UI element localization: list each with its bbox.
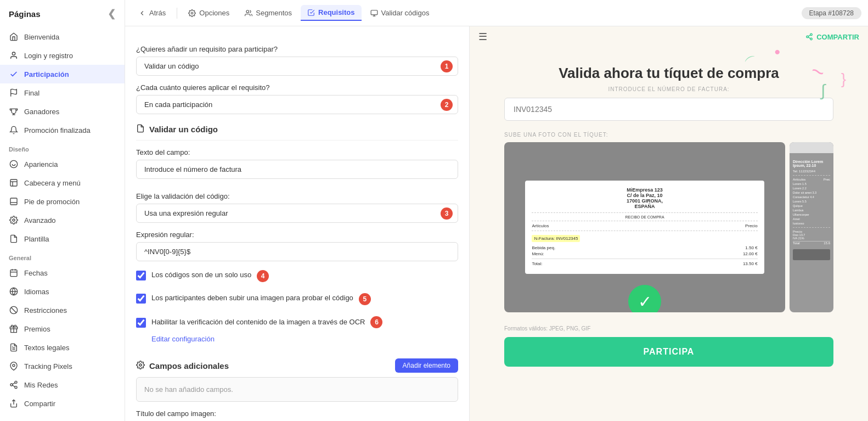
- validacion-select[interactable]: Usa una expresión regular: [136, 204, 458, 223]
- svg-rect-30: [371, 10, 377, 14]
- ticket-secondary: Dirección Lorem Ipsum, 22-10 Tel: 112232…: [790, 142, 833, 312]
- svg-point-23: [10, 384, 13, 386]
- ticket-area: MiEmpresa 123C/ de la Paz, 1017001 GIRON…: [504, 142, 833, 312]
- toggle3-label: Habilitar la verificación del contenido …: [151, 317, 365, 327]
- upload-label: SUBE UNA FOTO CON EL TÍQUET:: [504, 132, 608, 138]
- check-icon: [9, 69, 19, 79]
- ticket-header-row: ArtículosPrecio: [532, 223, 757, 228]
- sidebar-item-redes[interactable]: Mis Redes: [0, 375, 125, 394]
- svg-point-29: [246, 10, 249, 13]
- svg-rect-9: [10, 270, 17, 277]
- preview-header: ☰ COMPARTIR: [470, 26, 868, 47]
- validation-label: Elige la validación del código:: [136, 192, 458, 200]
- sidebar: Páginas ❮ Bienvenida Login y registro Pa…: [0, 0, 125, 421]
- svg-line-38: [808, 35, 810, 36]
- segments-icon: [245, 9, 252, 17]
- segmentos-button[interactable]: Segmentos: [238, 5, 298, 20]
- select1-wrapper: Validar un código 1: [136, 57, 458, 76]
- svg-point-24: [15, 386, 17, 389]
- sidebar-close-icon[interactable]: ❮: [108, 8, 116, 20]
- preview-content: Valida ahora tu tíquet de compra INTRODU…: [504, 65, 833, 367]
- share-button[interactable]: COMPARTIR: [805, 33, 859, 41]
- sidebar-item-label: Login y registro: [24, 52, 73, 60]
- toggle2-checkbox[interactable]: [136, 294, 146, 304]
- formats-label: Formatos válidos: JPEG, PNG, GIF: [504, 325, 590, 332]
- sidebar-item-restricciones[interactable]: Restricciones: [0, 301, 125, 319]
- sidebar-item-premios[interactable]: Premios: [0, 319, 125, 338]
- ticket-content: MiEmpresa 123C/ de la Paz, 1017001 GIRON…: [525, 181, 764, 274]
- svg-rect-6: [10, 198, 17, 205]
- svg-point-2: [10, 160, 17, 167]
- template-icon: [9, 234, 19, 244]
- globe-icon: [9, 287, 19, 296]
- select2-wrapper: En cada participación 2: [136, 95, 458, 114]
- share-preview-icon: [805, 33, 813, 41]
- sidebar-item-label: Idiomas: [24, 288, 49, 296]
- sidebar-item-label: Plantilla: [24, 235, 49, 243]
- sidebar-item-fechas[interactable]: Fechas: [0, 263, 125, 282]
- frecuencia-select[interactable]: En cada participación: [136, 95, 458, 114]
- preview-title: Valida ahora tu tíquet de compra: [559, 65, 779, 82]
- sidebar-item-idiomas[interactable]: Idiomas: [0, 282, 125, 301]
- sidebar-item-label: Pie de promoción: [24, 198, 80, 206]
- ticket-main: MiEmpresa 123C/ de la Paz, 1017001 GIRON…: [504, 142, 785, 312]
- campos-title: Campos adicionales: [136, 361, 229, 371]
- user-icon: [9, 50, 19, 60]
- sidebar-item-bienvenida[interactable]: Bienvenida: [0, 27, 125, 46]
- back-icon: [138, 9, 146, 17]
- sidebar-title: Páginas: [9, 9, 41, 19]
- sidebar-item-promocion[interactable]: Promoción finalizada: [0, 121, 125, 139]
- edit-config-link[interactable]: Editar configuración: [151, 335, 215, 343]
- sidebar-item-cabecera[interactable]: Cabecera y menú: [0, 173, 125, 192]
- sidebar-item-label: Ganadores: [24, 108, 59, 116]
- menu-icon[interactable]: ☰: [478, 31, 487, 43]
- participate-button[interactable]: PARTICIPA: [504, 337, 833, 367]
- svg-line-25: [13, 385, 15, 387]
- sidebar-item-textos[interactable]: Textos legales: [0, 338, 125, 357]
- toggle1-checkbox[interactable]: [136, 271, 146, 280]
- sidebar-item-ganadores[interactable]: Ganadores: [0, 102, 125, 121]
- svg-point-22: [15, 381, 17, 383]
- restrict-icon: [9, 305, 19, 315]
- left-panel: ¿Quieres añadir un requisito para partic…: [125, 26, 470, 421]
- document-icon: [9, 343, 19, 352]
- toggle1-label: Los códigos son de un solo uso: [151, 270, 251, 280]
- sidebar-item-participacion[interactable]: Participación: [0, 65, 125, 83]
- sidebar-item-label: Promoción finalizada: [24, 126, 91, 134]
- sidebar-item-pie[interactable]: Pie de promoción: [0, 192, 125, 211]
- regex-input[interactable]: [136, 242, 458, 261]
- sidebar-item-final[interactable]: Final: [0, 83, 125, 102]
- validar-icon: [370, 9, 378, 17]
- main-area: Atrás Opciones Segmentos Requisitos Vali…: [125, 0, 868, 421]
- empty-fields-box: No se han añadido campos.: [136, 377, 458, 402]
- question1-label: ¿Quieres añadir un requisito para partic…: [136, 45, 458, 53]
- sidebar-item-apariencia[interactable]: Apariencia: [0, 155, 125, 173]
- sidebar-item-avanzado[interactable]: Avanzado: [0, 211, 125, 229]
- invoice-input[interactable]: [504, 98, 833, 121]
- tracking-icon: [9, 361, 19, 371]
- back-button[interactable]: Atrás: [132, 5, 172, 20]
- campos-gear-icon: [136, 361, 145, 371]
- sidebar-item-plantilla[interactable]: Plantilla: [0, 229, 125, 248]
- field-text-input[interactable]: [136, 160, 458, 179]
- network-icon: [9, 380, 19, 390]
- toggle2-badge: 5: [359, 293, 371, 305]
- sidebar-item-label: Tracking Pixels: [24, 362, 72, 371]
- field-text-label: Texto del campo:: [136, 148, 458, 156]
- ticket-company: MiEmpresa 123C/ de la Paz, 1017001 GIRON…: [532, 187, 757, 209]
- sidebar-item-label: Mis Redes: [24, 381, 58, 389]
- requisitos-button[interactable]: Requisitos: [301, 5, 361, 21]
- toggle2-row: Los participantes deben subir una imagen…: [136, 288, 458, 311]
- sidebar-item-label: Textos legales: [24, 344, 69, 352]
- toggle3-checkbox[interactable]: [136, 318, 146, 328]
- sidebar-item-tracking[interactable]: Tracking Pixels: [0, 357, 125, 375]
- sidebar-item-login[interactable]: Login y registro: [0, 46, 125, 65]
- sidebar-item-compartir[interactable]: Compartir: [0, 394, 125, 413]
- add-element-button[interactable]: Añadir elemento: [395, 358, 458, 373]
- svg-point-34: [810, 33, 813, 35]
- requisito-select[interactable]: Validar un código: [136, 57, 458, 76]
- settings-icon: [9, 215, 19, 225]
- opciones-button[interactable]: Opciones: [182, 5, 236, 20]
- validar-button[interactable]: Validar códigos: [364, 5, 436, 20]
- sidebar-header: Páginas ❮: [0, 0, 125, 27]
